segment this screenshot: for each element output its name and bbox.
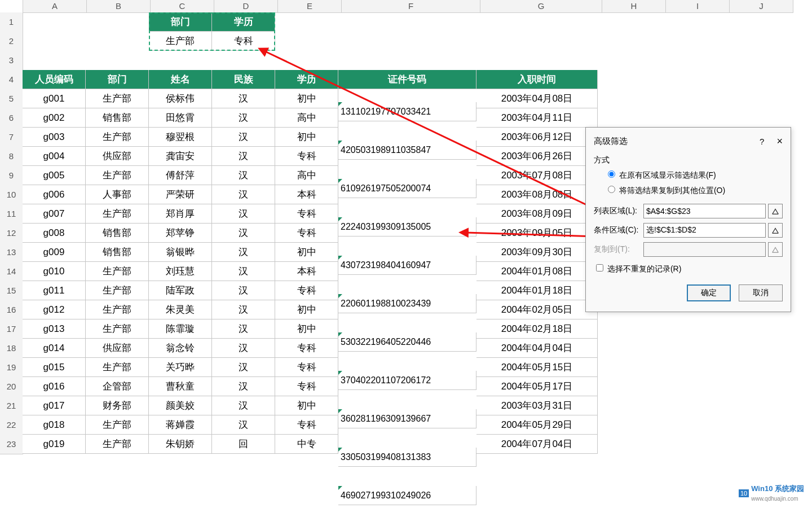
data-cell[interactable]: g010 <box>23 262 86 281</box>
data-cell[interactable]: 颜美姣 <box>149 396 212 415</box>
data-cell[interactable]: 汉 <box>212 147 275 166</box>
data-cell[interactable]: g004 <box>23 147 86 166</box>
data-cell[interactable]: 销售部 <box>86 243 149 262</box>
data-cell[interactable]: 蒋婵霞 <box>149 415 212 435</box>
data-cell[interactable]: 生产部 <box>86 281 149 300</box>
data-cell[interactable]: 2003年09月05日 <box>476 224 598 243</box>
data-cell[interactable]: 2004年07月04日 <box>476 435 598 454</box>
table-header[interactable]: 人员编码 <box>23 70 86 89</box>
data-cell[interactable]: 汉 <box>212 166 275 185</box>
table-header[interactable]: 民族 <box>212 70 275 89</box>
column-header[interactable]: J <box>730 0 793 13</box>
data-cell[interactable]: 供应部 <box>86 147 149 166</box>
data-cell[interactable]: 2003年03月31日 <box>476 396 598 415</box>
id-cell[interactable]: 430723198404160947 <box>338 256 476 275</box>
data-cell[interactable]: 穆翌根 <box>149 128 212 147</box>
row-header[interactable]: 21 <box>0 396 23 416</box>
data-cell[interactable]: 汉 <box>212 262 275 281</box>
filter-copy-option[interactable]: 将筛选结果复制到其他位置(O) <box>605 184 783 196</box>
data-cell[interactable]: 汉 <box>212 128 275 147</box>
data-cell[interactable]: 初中 <box>275 319 338 339</box>
data-cell[interactable]: 初中 <box>275 396 338 415</box>
row-header[interactable]: 19 <box>0 358 23 378</box>
data-cell[interactable]: 汉 <box>212 243 275 262</box>
data-cell[interactable]: 回 <box>212 435 275 454</box>
data-cell[interactable]: 2004年05月15日 <box>476 358 598 377</box>
data-cell[interactable]: 专科 <box>275 204 338 224</box>
row-header[interactable]: 5 <box>0 89 23 109</box>
column-header[interactable]: D <box>214 0 278 13</box>
row-header[interactable]: 8 <box>0 147 23 167</box>
data-cell[interactable]: 2004年04月04日 <box>476 339 598 358</box>
data-cell[interactable]: 2003年06月12日 <box>476 128 598 147</box>
row-header[interactable]: 3 <box>0 51 23 71</box>
data-cell[interactable]: 关巧晔 <box>149 358 212 377</box>
data-cell[interactable]: 汉 <box>212 358 275 377</box>
data-cell[interactable]: g006 <box>23 185 86 204</box>
id-cell[interactable]: 220601198810023439 <box>338 294 476 313</box>
id-cell[interactable]: 420503198911035847 <box>338 141 476 160</box>
row-header[interactable]: 1 <box>0 12 23 32</box>
data-cell[interactable]: 生产部 <box>86 435 149 454</box>
data-cell[interactable]: 高中 <box>275 166 338 185</box>
id-cell[interactable]: 222403199309135005 <box>338 217 476 237</box>
data-cell[interactable]: g014 <box>23 339 86 358</box>
data-cell[interactable]: 汉 <box>212 224 275 243</box>
row-header[interactable]: 18 <box>0 339 23 358</box>
data-cell[interactable]: 2004年02月05日 <box>476 300 598 319</box>
data-cell[interactable]: 2003年06月26日 <box>476 147 598 166</box>
close-button[interactable]: × <box>776 135 783 147</box>
data-cell[interactable]: g013 <box>23 319 86 339</box>
data-cell[interactable]: 专科 <box>275 339 338 358</box>
data-cell[interactable]: 本科 <box>275 262 338 281</box>
row-header[interactable]: 11 <box>0 204 23 224</box>
data-cell[interactable]: 汉 <box>212 281 275 300</box>
id-cell[interactable]: 610926197505200074 <box>338 179 476 198</box>
data-cell[interactable]: g007 <box>23 204 86 224</box>
data-cell[interactable]: 傅舒萍 <box>149 166 212 185</box>
data-cell[interactable]: 汉 <box>212 377 275 396</box>
table-header[interactable]: 姓名 <box>149 70 212 89</box>
row-header[interactable]: 14 <box>0 262 23 282</box>
data-cell[interactable]: 侯标伟 <box>149 89 212 108</box>
data-cell[interactable]: 严荣研 <box>149 185 212 204</box>
data-cell[interactable]: 专科 <box>275 377 338 396</box>
data-cell[interactable]: 高中 <box>275 108 338 128</box>
list-range-picker[interactable] <box>768 204 783 218</box>
filter-inplace-option[interactable]: 在原有区域显示筛选结果(F) <box>605 169 783 181</box>
table-header[interactable]: 部门 <box>86 70 149 89</box>
data-cell[interactable]: 2003年07月08日 <box>476 166 598 185</box>
data-cell[interactable]: g011 <box>23 281 86 300</box>
data-cell[interactable]: g018 <box>23 415 86 435</box>
data-cell[interactable]: 汉 <box>212 300 275 319</box>
row-header[interactable]: 6 <box>0 108 23 128</box>
column-header[interactable]: B <box>87 0 151 13</box>
data-cell[interactable]: 2004年05月17日 <box>476 377 598 396</box>
row-header[interactable]: 16 <box>0 300 23 320</box>
data-cell[interactable]: 2004年05月29日 <box>476 415 598 435</box>
data-cell[interactable]: 2003年09月30日 <box>476 243 598 262</box>
data-cell[interactable]: g003 <box>23 128 86 147</box>
data-cell[interactable]: 汉 <box>212 415 275 435</box>
id-cell[interactable]: 469027199310249026 <box>338 486 476 505</box>
column-header[interactable]: I <box>666 0 730 13</box>
data-cell[interactable]: 2003年04月11日 <box>476 108 598 128</box>
data-cell[interactable]: 陆军政 <box>149 281 212 300</box>
data-cell[interactable]: 汉 <box>212 204 275 224</box>
row-header[interactable]: 7 <box>0 128 23 147</box>
data-cell[interactable]: 生产部 <box>86 300 149 319</box>
data-cell[interactable]: 专科 <box>275 147 338 166</box>
data-cell[interactable]: g017 <box>23 396 86 415</box>
row-header[interactable]: 17 <box>0 319 23 339</box>
data-cell[interactable]: 专科 <box>275 358 338 377</box>
data-cell[interactable]: 曹秋童 <box>149 377 212 396</box>
help-button[interactable]: ? <box>760 137 764 146</box>
data-cell[interactable]: 企管部 <box>86 377 149 396</box>
column-header[interactable]: E <box>278 0 342 13</box>
table-header[interactable]: 学历 <box>275 70 338 89</box>
data-cell[interactable]: 中专 <box>275 435 338 454</box>
data-cell[interactable]: 2003年08月08日 <box>476 185 598 204</box>
data-cell[interactable]: 汉 <box>212 185 275 204</box>
data-cell[interactable]: 郑苹铮 <box>149 224 212 243</box>
row-header[interactable]: 4 <box>0 70 23 90</box>
